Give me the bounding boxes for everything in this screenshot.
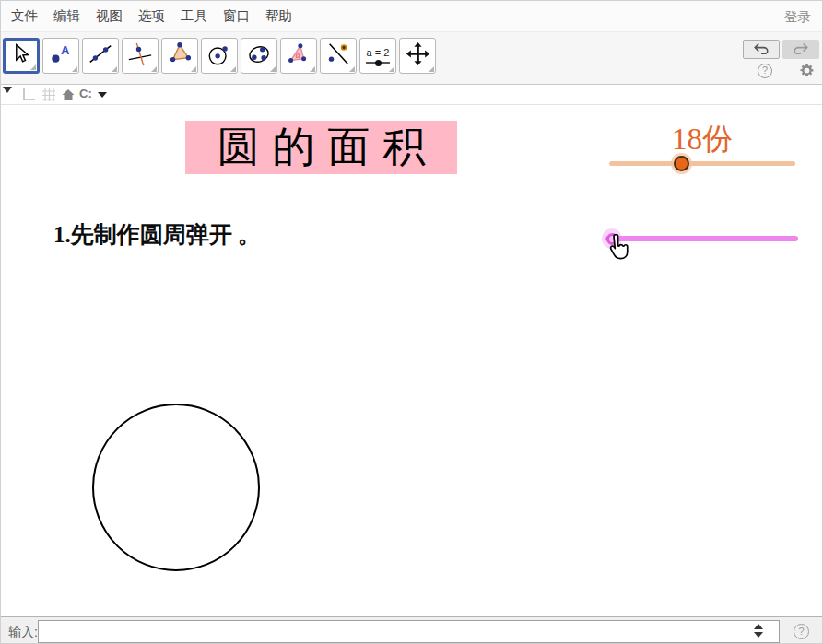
grid-toggle-button[interactable] [40,86,58,104]
redo-button[interactable] [782,40,819,59]
reflect-about-line-icon [325,41,351,71]
menu-file[interactable]: 文件 [7,5,41,28]
menu-edit[interactable]: 编辑 [50,5,84,28]
tool-angle-button[interactable]: α [280,38,317,74]
input-label: 输入: [8,625,38,641]
tool-dropdown-arrow[interactable] [112,66,117,72]
grid-icon [41,87,57,103]
menu-options[interactable]: 选项 [135,5,169,28]
circle-object[interactable] [92,404,260,571]
default-view-button[interactable] [59,86,77,104]
tool-dropdown-arrow[interactable] [429,66,434,72]
tool-slider-button[interactable]: a = 2 [359,38,396,74]
tool-perpendicular-line-button[interactable] [122,38,159,74]
point-icon: A [48,41,74,71]
menubar: 文件 编辑 视图 选项 工具 窗口 帮助 登录 [1,1,823,32]
stylebar-toggle-icon[interactable] [3,87,12,93]
redo-icon [793,41,809,58]
tool-dropdown-arrow[interactable] [151,66,157,72]
tool-dropdown-arrow[interactable] [230,66,236,72]
signin-button[interactable]: 登录 [784,8,811,26]
undo-icon [753,41,770,58]
perpendicular-line-icon [127,41,153,71]
sector-count-label[interactable]: 18份 [609,119,795,160]
menu-help[interactable]: 帮助 [262,5,296,28]
menu-window[interactable]: 窗口 [219,5,253,28]
tool-dropdown-arrow[interactable] [270,66,276,72]
settings-button[interactable] [799,63,815,78]
tool-dropdown-arrow[interactable] [310,66,315,72]
help-icon: ? [762,64,768,76]
toolbar-help-button[interactable]: ? [758,64,772,78]
sector-slider-track[interactable] [609,161,795,166]
tool-move-button[interactable] [3,38,40,74]
tool-point-button[interactable]: A [42,38,79,74]
spinner-up-icon[interactable] [754,624,763,629]
graphics-view[interactable]: C: 圆的面积 18份 1.先制作圆周弹开 。 [1,85,823,616]
instruction-text[interactable]: 1.先制作圆周弹开 。 [53,219,261,250]
toolbar: A [1,32,823,85]
tool-reflect-button[interactable] [320,38,357,74]
help-icon: ? [798,626,804,637]
tool-line-button[interactable] [82,38,119,74]
geogebra-window: 文件 编辑 视图 选项 工具 窗口 帮助 登录 A [0,0,823,644]
algebra-input[interactable] [38,620,780,643]
input-history-spinner[interactable] [754,624,763,638]
move-graphics-view-icon [406,41,430,70]
sector-slider-handle[interactable] [674,156,689,171]
tool-dropdown-arrow[interactable] [191,66,196,72]
angle-icon: α [286,41,312,71]
page-title: 圆的面积 [218,119,439,176]
circle-center-point-icon [206,41,232,71]
polygon-icon [167,41,193,71]
tool-dropdown-arrow[interactable] [349,66,355,72]
title-highlight[interactable]: 圆的面积 [185,121,457,174]
axes-icon [20,87,37,103]
input-help-button[interactable]: ? [794,624,809,639]
chevron-down-icon[interactable] [98,92,107,98]
tool-buttons: A [3,38,436,74]
ellipse-icon [246,41,272,71]
unfold-slider-track[interactable] [605,236,798,241]
line-icon [88,41,113,71]
hand-cursor-icon [605,234,631,267]
tool-ellipse-button[interactable] [241,38,277,74]
slider-tool-line [366,62,390,64]
tool-dropdown-arrow[interactable] [30,64,36,70]
slider-tool-dot [375,60,382,66]
svg-text:A: A [61,43,70,57]
menu-view[interactable]: 视图 [92,5,126,28]
tool-dropdown-arrow[interactable] [72,66,77,72]
undo-button[interactable] [743,40,780,59]
home-icon [61,88,76,102]
input-bar: 输入: ? [1,616,823,644]
tool-circle-button[interactable] [201,38,238,74]
tool-dropdown-arrow[interactable] [389,66,394,72]
slider-tool-icon: a = 2 [366,48,390,64]
tool-move-view-button[interactable] [399,38,436,74]
spinner-down-icon[interactable] [754,632,763,638]
tool-polygon-button[interactable] [161,38,198,74]
axes-toggle-button[interactable] [19,86,38,104]
menu-tools[interactable]: 工具 [177,5,211,28]
point-capturing-button[interactable]: C: [79,87,92,100]
slider-tool-label: a = 2 [367,47,390,58]
graphics-stylebar: C: [1,85,823,105]
gear-icon [799,65,815,81]
